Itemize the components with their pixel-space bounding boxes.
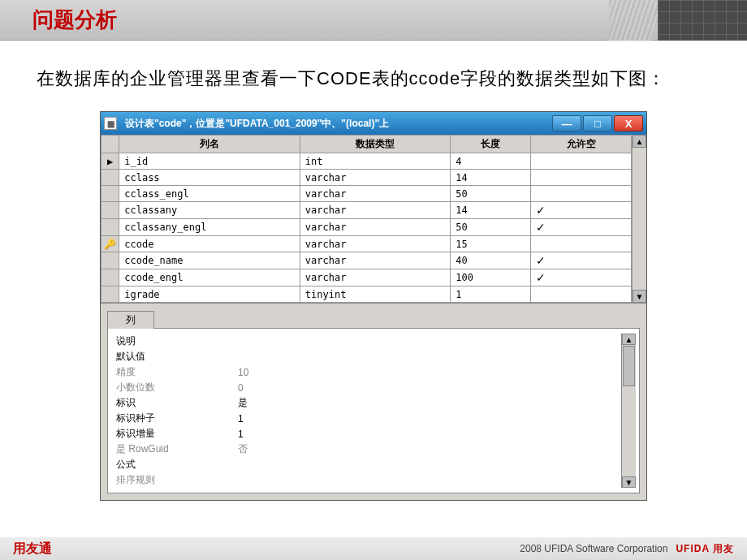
cell-data-type[interactable]: tinyint xyxy=(300,286,451,303)
scroll-down-icon[interactable]: ▼ xyxy=(633,290,646,303)
table-row[interactable]: ccode_namevarchar40✓ xyxy=(101,252,632,269)
scrollbar-thumb[interactable] xyxy=(623,346,635,386)
cell-column-name[interactable]: ccode xyxy=(119,236,300,252)
window-title-bar[interactable]: ▦ 设计表"code"，位置是"UFDATA_001_2009"中、"(loca… xyxy=(101,112,646,135)
row-marker xyxy=(101,170,119,186)
property-label: 小数位数 xyxy=(111,380,233,395)
cell-data-type[interactable]: varchar xyxy=(300,186,451,202)
property-value[interactable] xyxy=(233,457,621,472)
header-decoration xyxy=(609,0,747,41)
properties-tab-column[interactable]: 列 xyxy=(107,311,154,329)
property-row[interactable]: 标识种子1 xyxy=(111,411,621,426)
table-row[interactable]: 🔑ccodevarchar15 xyxy=(101,236,632,252)
property-row[interactable]: 默认值 xyxy=(111,349,621,364)
property-value[interactable] xyxy=(233,334,621,349)
designer-window: ▦ 设计表"code"，位置是"UFDATA_001_2009"中、"(loca… xyxy=(100,111,647,501)
property-row[interactable]: 说明 xyxy=(111,334,621,349)
row-marker xyxy=(101,286,119,303)
cell-allow-null[interactable]: ✓ xyxy=(531,219,632,236)
cell-length[interactable]: 14 xyxy=(451,170,531,186)
property-label: 是 RowGuid xyxy=(111,442,233,457)
cell-data-type[interactable]: varchar xyxy=(300,236,451,252)
cell-column-name[interactable]: cclassany xyxy=(119,202,300,219)
property-value[interactable] xyxy=(233,349,621,364)
cell-length[interactable]: 100 xyxy=(451,269,531,286)
property-row[interactable]: 标识是 xyxy=(111,395,621,411)
table-row[interactable]: ccode_englvarchar100✓ xyxy=(101,269,632,286)
cell-allow-null[interactable]: ✓ xyxy=(531,269,632,286)
properties-panel: 列 说明默认值精度10小数位数0标识是标识种子1标识增量1是 RowGuid否公… xyxy=(101,303,646,500)
table-icon: ▦ xyxy=(104,117,117,130)
row-marker: ▶ xyxy=(101,153,119,170)
cell-column-name[interactable]: ccode_name xyxy=(119,252,300,269)
cell-length[interactable]: 50 xyxy=(451,219,531,236)
col-header-name[interactable]: 列名 xyxy=(119,136,300,153)
cell-column-name[interactable]: cclass xyxy=(119,170,300,186)
cell-column-name[interactable]: i_id xyxy=(119,153,300,170)
cell-length[interactable]: 50 xyxy=(451,186,531,202)
cell-allow-null[interactable] xyxy=(531,236,632,252)
properties-scrollbar[interactable]: ▲ ▼ xyxy=(621,334,636,488)
property-value[interactable] xyxy=(233,472,621,488)
cell-length[interactable]: 15 xyxy=(451,236,531,252)
property-row[interactable]: 公式 xyxy=(111,457,621,472)
property-row[interactable]: 精度10 xyxy=(111,364,621,380)
property-value[interactable]: 是 xyxy=(233,395,621,411)
property-row[interactable]: 标识增量1 xyxy=(111,426,621,442)
property-label: 标识增量 xyxy=(111,426,233,442)
cell-allow-null[interactable] xyxy=(531,186,632,202)
property-label: 精度 xyxy=(111,364,233,380)
table-row[interactable]: cclassany_englvarchar50✓ xyxy=(101,219,632,236)
grid-scrollbar[interactable]: ▲ ▼ xyxy=(632,135,646,303)
property-row[interactable]: 小数位数0 xyxy=(111,380,621,395)
cell-allow-null[interactable] xyxy=(531,170,632,186)
close-button[interactable]: X xyxy=(614,115,643,131)
property-label: 说明 xyxy=(111,334,233,349)
property-row[interactable]: 排序规则 xyxy=(111,472,621,488)
cell-length[interactable]: 4 xyxy=(451,153,531,170)
property-value[interactable]: 0 xyxy=(233,380,621,395)
props-scroll-up-icon[interactable]: ▲ xyxy=(622,334,636,345)
slide-title: 问题分析 xyxy=(32,6,117,34)
cell-data-type[interactable]: varchar xyxy=(300,202,451,219)
property-label: 标识种子 xyxy=(111,411,233,426)
row-marker xyxy=(101,269,119,286)
cell-column-name[interactable]: cclass_engl xyxy=(119,186,300,202)
minimize-button[interactable]: — xyxy=(552,115,581,131)
table-row[interactable]: cclass_englvarchar50 xyxy=(101,186,632,202)
cell-column-name[interactable]: igrade xyxy=(119,286,300,303)
property-value[interactable]: 否 xyxy=(233,442,621,457)
cell-length[interactable]: 14 xyxy=(451,202,531,219)
table-row[interactable]: igradetinyint1 xyxy=(101,286,632,303)
cell-data-type[interactable]: varchar xyxy=(300,252,451,269)
cell-allow-null[interactable]: ✓ xyxy=(531,252,632,269)
cell-data-type[interactable]: varchar xyxy=(300,170,451,186)
property-value[interactable]: 1 xyxy=(233,426,621,442)
scroll-up-icon[interactable]: ▲ xyxy=(633,135,646,148)
slide-footer: 用友通 2008 UFIDA Software Corporation UFID… xyxy=(0,537,747,560)
cell-column-name[interactable]: ccode_engl xyxy=(119,269,300,286)
cell-data-type[interactable]: varchar xyxy=(300,219,451,236)
property-value[interactable]: 1 xyxy=(233,411,621,426)
property-row[interactable]: 是 RowGuid否 xyxy=(111,442,621,457)
cell-column-name[interactable]: cclassany_engl xyxy=(119,219,300,236)
columns-grid[interactable]: 列名 数据类型 长度 允许空 ▶i_idint4cclassvarchar14c… xyxy=(101,135,632,303)
cell-allow-null[interactable] xyxy=(531,286,632,303)
cell-allow-null[interactable]: ✓ xyxy=(531,202,632,219)
props-scroll-down-icon[interactable]: ▼ xyxy=(622,476,636,488)
table-row[interactable]: ▶i_idint4 xyxy=(101,153,632,170)
cell-data-type[interactable]: varchar xyxy=(300,269,451,286)
cell-length[interactable]: 1 xyxy=(451,286,531,303)
col-header-len[interactable]: 长度 xyxy=(451,136,531,153)
row-marker xyxy=(101,186,119,202)
cell-data-type[interactable]: int xyxy=(300,153,451,170)
col-header-null[interactable]: 允许空 xyxy=(531,136,632,153)
property-value[interactable]: 10 xyxy=(233,364,621,380)
col-header-type[interactable]: 数据类型 xyxy=(300,136,451,153)
properties-table[interactable]: 说明默认值精度10小数位数0标识是标识种子1标识增量1是 RowGuid否公式排… xyxy=(111,334,621,488)
table-row[interactable]: cclassvarchar14 xyxy=(101,170,632,186)
cell-allow-null[interactable] xyxy=(531,153,632,170)
table-row[interactable]: cclassanyvarchar14✓ xyxy=(101,202,632,219)
cell-length[interactable]: 40 xyxy=(451,252,531,269)
maximize-button[interactable]: □ xyxy=(583,115,612,131)
